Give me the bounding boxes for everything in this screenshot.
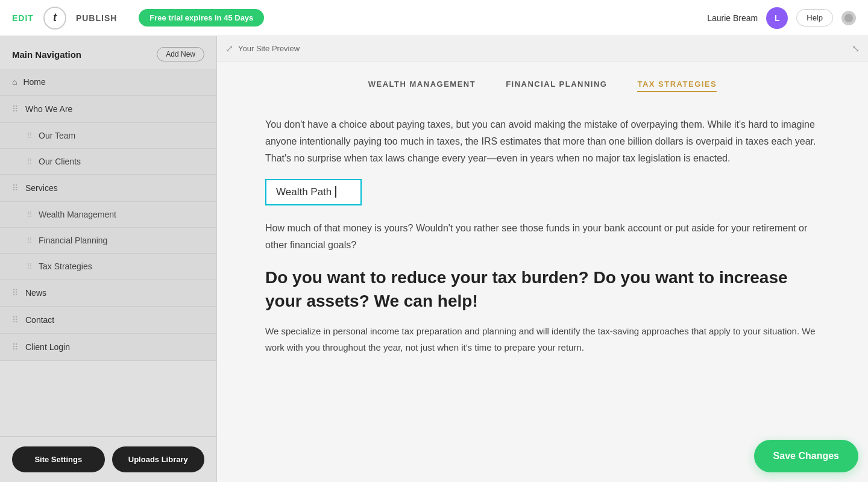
drag-icon: ⠿ [12, 342, 18, 352]
drag-icon: ⠿ [12, 315, 18, 325]
sidebar-item-wealth-management[interactable]: ⠿ Wealth Management [0, 202, 216, 228]
svg-point-0 [844, 14, 853, 22]
publish-label[interactable]: PUBLISH [76, 13, 117, 23]
sidebar-item-label: Tax Strategies [39, 261, 92, 271]
site-nav-wealth-management[interactable]: WEALTH MANAGEMENT [368, 80, 476, 92]
arrows-icon: ⤢ [225, 43, 233, 54]
sidebar-item-label: News [25, 288, 46, 298]
uploads-library-button[interactable]: Uploads Library [112, 446, 205, 472]
sidebar-item-label: Our Clients [39, 157, 81, 166]
logo-icon[interactable]: t [43, 7, 66, 30]
sidebar-item-client-login[interactable]: ⠿ Client Login [0, 334, 216, 361]
sidebar-item-label: Our Team [39, 131, 75, 140]
user-name: Laurie Bream [707, 13, 758, 23]
top-bar-left: EDIT t PUBLISH Free trial expires in 45 … [12, 7, 264, 30]
sidebar-item-home[interactable]: ⌂ Home [0, 69, 216, 96]
drag-icon: ⠿ [12, 104, 18, 114]
page-content: You don't have a choice about paying tax… [265, 104, 820, 355]
sidebar-item-news[interactable]: ⠿ News [0, 280, 216, 307]
sidebar-footer: Site Settings Uploads Library [0, 436, 216, 482]
sidebar-item-label: Who We Are [25, 104, 72, 114]
sidebar-item-services[interactable]: ⠿ Services [0, 175, 216, 202]
trial-badge: Free trial expires in 45 Days [139, 9, 264, 27]
help-button[interactable]: Help [796, 9, 833, 27]
sidebar-title: Main Navigation [12, 49, 81, 60]
site-settings-button[interactable]: Site Settings [12, 446, 105, 472]
drag-icon: ⠿ [12, 288, 18, 298]
sidebar-header: Main Navigation Add New [0, 36, 216, 69]
sidebar-item-label: Services [25, 183, 58, 193]
preview-bar: ⤢ Your Site Preview ⤡ [217, 36, 868, 61]
sidebar-item-our-team[interactable]: ⠿ Our Team [0, 123, 216, 149]
expand-icon[interactable]: ⤡ [852, 43, 860, 54]
add-new-button[interactable]: Add New [157, 47, 204, 61]
preview-bar-label: Your Site Preview [238, 44, 300, 53]
preview-pane: ⤢ Your Site Preview ⤡ WEALTH MANAGEMENT … [217, 36, 868, 482]
inline-edit-field[interactable]: Wealth Path [265, 179, 362, 205]
top-bar-right: Laurie Bream L Help [707, 7, 856, 29]
body-text-2: How much of that money is yours? Wouldn'… [265, 220, 820, 254]
sidebar-item-label: Financial Planning [39, 236, 107, 245]
drag-icon: ⠿ [27, 210, 33, 219]
sidebar: Main Navigation Add New ⌂ Home ⠿ Who We … [0, 36, 217, 482]
sidebar-item-who-we-are[interactable]: ⠿ Who We Are [0, 96, 216, 123]
save-changes-button[interactable]: Save Changes [754, 440, 858, 472]
edit-label[interactable]: EDIT [12, 13, 34, 23]
notification-icon[interactable] [841, 11, 856, 25]
sidebar-item-our-clients[interactable]: ⠿ Our Clients [0, 149, 216, 175]
sidebar-item-label: Wealth Management [39, 210, 116, 219]
drag-icon: ⠿ [27, 131, 33, 140]
body-text-3: We specialize in personal income tax pre… [265, 324, 820, 355]
sidebar-item-financial-planning[interactable]: ⠿ Financial Planning [0, 228, 216, 254]
drag-icon: ⠿ [27, 157, 33, 166]
content-area: WEALTH MANAGEMENT FINANCIAL PLANNING TAX… [217, 61, 868, 482]
sidebar-item-tax-strategies[interactable]: ⠿ Tax Strategies [0, 254, 216, 280]
sidebar-item-contact[interactable]: ⠿ Contact [0, 307, 216, 334]
body-text-1: You don't have a choice about paying tax… [265, 116, 820, 167]
sidebar-item-label: Client Login [25, 342, 70, 352]
site-nav: WEALTH MANAGEMENT FINANCIAL PLANNING TAX… [265, 61, 820, 104]
sidebar-item-label: Contact [25, 315, 54, 325]
avatar: L [766, 7, 788, 29]
drag-icon: ⠿ [12, 183, 18, 193]
site-nav-tax-strategies[interactable]: TAX STRATEGIES [637, 80, 717, 92]
main-layout: Main Navigation Add New ⌂ Home ⠿ Who We … [0, 36, 868, 482]
drag-icon: ⠿ [27, 236, 33, 245]
cta-heading: Do you want to reduce your tax burden? D… [265, 266, 820, 313]
top-bar: EDIT t PUBLISH Free trial expires in 45 … [0, 0, 868, 36]
site-nav-financial-planning[interactable]: FINANCIAL PLANNING [506, 80, 607, 92]
sidebar-item-label: Home [23, 77, 45, 87]
home-icon: ⌂ [12, 77, 17, 87]
drag-icon: ⠿ [27, 262, 33, 271]
